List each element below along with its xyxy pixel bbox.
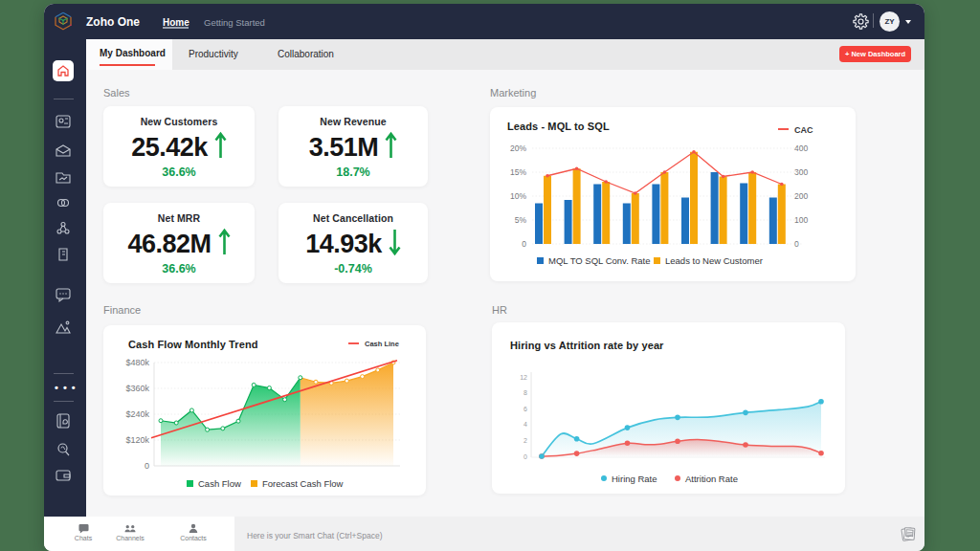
svg-text:8: 8 [523, 389, 527, 396]
svg-text:$240k: $240k [125, 409, 149, 419]
svg-text:10%: 10% [510, 191, 526, 201]
svg-text:0: 0 [145, 461, 149, 471]
svg-text:6: 6 [523, 406, 527, 412]
svg-text:Cash Flow: Cash Flow [198, 478, 241, 489]
svg-text:5%: 5% [515, 215, 527, 225]
svg-text:20%: 20% [510, 143, 526, 153]
svg-text:12: 12 [520, 374, 527, 381]
svg-text:4: 4 [523, 421, 527, 428]
svg-text:$360k: $360k [125, 384, 149, 393]
svg-text:MQL TO SQL Conv. Rate: MQL TO SQL Conv. Rate [548, 255, 650, 266]
svg-text:0: 0 [523, 453, 527, 460]
svg-text:Leads to New Customer: Leads to New Customer [665, 255, 763, 266]
svg-text:0: 0 [522, 239, 526, 249]
svg-text:15%: 15% [510, 167, 526, 177]
svg-text:$120k: $120k [125, 435, 149, 445]
svg-text:Hiring Rate: Hiring Rate [612, 474, 657, 484]
svg-text:2: 2 [523, 437, 527, 444]
svg-text:Forecast Cash Flow: Forecast Cash Flow [262, 478, 344, 489]
svg-text:Attrition Rate: Attrition Rate [685, 474, 738, 484]
svg-text:$480k: $480k [125, 358, 149, 367]
